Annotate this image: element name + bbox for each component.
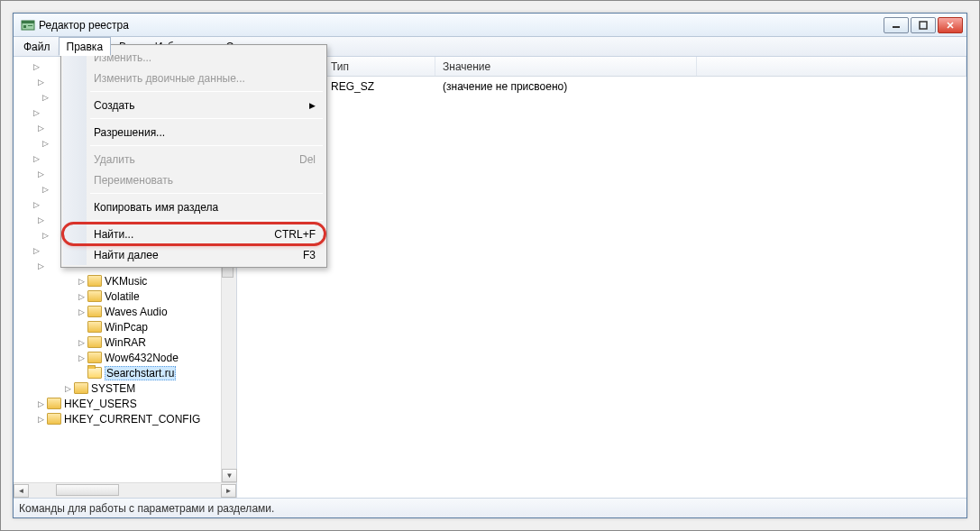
expander-icon[interactable]: ▷ bbox=[36, 215, 46, 224]
expander-icon[interactable]: ▷ bbox=[32, 199, 41, 209]
expander-icon[interactable]: ▷ bbox=[77, 352, 87, 362]
folder-icon bbox=[87, 275, 102, 287]
folder-icon bbox=[74, 382, 88, 394]
expander-icon[interactable]: ▷ bbox=[77, 307, 87, 316]
tree-row[interactable]: ▷HKEY_USERS bbox=[14, 396, 236, 411]
statusbar: Команды для работы с параметрами и разде… bbox=[14, 498, 966, 517]
menu-item[interactable]: Разрешения... bbox=[63, 122, 325, 142]
expander-icon[interactable] bbox=[77, 368, 87, 378]
menu-item[interactable]: Найти...CTRL+F bbox=[63, 224, 325, 244]
column-header[interactable]: Тип bbox=[324, 57, 435, 76]
expander-icon[interactable]: ▷ bbox=[77, 337, 87, 347]
cell-value: (значение не присвоено) bbox=[435, 80, 697, 93]
menu-item: Изменить двоичные данные... bbox=[63, 68, 325, 88]
svg-rect-1 bbox=[22, 21, 34, 23]
window-buttons bbox=[884, 17, 963, 33]
tree-label: HKEY_USERS bbox=[64, 398, 137, 410]
folder-icon bbox=[87, 306, 102, 317]
expander-icon[interactable]: ▷ bbox=[36, 398, 46, 408]
expander-icon[interactable]: ▷ bbox=[32, 107, 41, 117]
menu-item: Переименовать bbox=[63, 169, 325, 190]
status-text: Команды для работы с параметрами и разде… bbox=[19, 502, 274, 515]
scroll-thumb[interactable] bbox=[56, 484, 119, 496]
folder-icon bbox=[87, 367, 102, 379]
menu-shortcut: CTRL+F bbox=[274, 228, 316, 241]
expander-icon[interactable] bbox=[77, 322, 87, 332]
tree-label: WinPcap bbox=[105, 321, 148, 334]
expander-icon[interactable]: ▷ bbox=[77, 291, 87, 301]
expander-icon[interactable]: ▷ bbox=[63, 383, 73, 393]
list-body[interactable]: REG_SZ(значение не присвоено) bbox=[237, 77, 966, 498]
folder-icon bbox=[87, 352, 102, 363]
menu-item-label: Копировать имя раздела bbox=[94, 201, 218, 214]
list-header: ИмяТипЗначение bbox=[237, 57, 966, 77]
tree-row[interactable]: ▷VKMusic bbox=[14, 273, 236, 288]
column-header[interactable]: Значение bbox=[435, 57, 697, 76]
menu-shortcut: F3 bbox=[303, 249, 316, 261]
window-title: Редактор реестра bbox=[39, 19, 884, 32]
expander-icon[interactable]: ▷ bbox=[41, 138, 50, 148]
menu-item-label: Разрешения... bbox=[94, 126, 165, 139]
menu-правка[interactable]: Правка bbox=[59, 37, 112, 56]
scroll-track[interactable] bbox=[29, 484, 221, 498]
menu-separator bbox=[90, 91, 323, 92]
expander-icon[interactable]: ▷ bbox=[41, 92, 50, 102]
registry-editor-window: Редактор реестра ФайлПравкаВидИзбранноеС… bbox=[13, 13, 967, 518]
expander-icon[interactable]: ▷ bbox=[32, 245, 41, 255]
tree-label: Wow6432Node bbox=[105, 352, 179, 364]
svg-rect-3 bbox=[28, 25, 32, 26]
expander-icon[interactable]: ▷ bbox=[32, 153, 41, 163]
scroll-down-button[interactable]: ▼ bbox=[222, 469, 237, 482]
menu-separator bbox=[90, 220, 323, 221]
menu-item-label: Удалить bbox=[94, 153, 135, 166]
menu-separator bbox=[90, 193, 323, 194]
folder-icon bbox=[87, 336, 102, 348]
minimize-button[interactable] bbox=[884, 17, 909, 33]
submenu-arrow-icon: ▶ bbox=[309, 101, 316, 110]
tree-label: Waves Audio bbox=[105, 306, 168, 318]
menu-item[interactable]: Найти далееF3 bbox=[63, 244, 325, 265]
tree-row[interactable]: Searchstart.ru bbox=[14, 365, 236, 380]
expander-icon[interactable]: ▷ bbox=[77, 276, 87, 286]
titlebar[interactable]: Редактор реестра bbox=[14, 14, 966, 37]
expander-icon[interactable]: ▷ bbox=[36, 414, 46, 424]
tree-row[interactable]: ▷Wow6432Node bbox=[14, 350, 236, 365]
tree-label: VKMusic bbox=[105, 275, 147, 288]
tree-row[interactable]: WinPcap bbox=[14, 319, 236, 334]
column-header-filler bbox=[697, 57, 966, 76]
menu-файл[interactable]: Файл bbox=[15, 37, 59, 56]
maximize-button[interactable] bbox=[911, 17, 936, 33]
tree-label: SYSTEM bbox=[91, 382, 135, 395]
tree-row[interactable]: ▷Waves Audio bbox=[14, 304, 236, 319]
folder-icon bbox=[47, 398, 61, 409]
expander-icon[interactable]: ▷ bbox=[36, 77, 46, 87]
tree-horizontal-scrollbar[interactable]: ◄ ► bbox=[14, 482, 236, 498]
expander-icon[interactable]: ▷ bbox=[36, 123, 46, 133]
expander-icon[interactable]: ▷ bbox=[36, 261, 46, 270]
scroll-right-button[interactable]: ► bbox=[221, 484, 236, 498]
menu-item[interactable]: Создать▶ bbox=[63, 95, 325, 115]
menu-item[interactable]: Копировать имя раздела bbox=[63, 197, 325, 217]
folder-icon bbox=[87, 290, 102, 302]
tree-row[interactable]: ▷HKEY_CURRENT_CONFIG bbox=[14, 411, 236, 426]
menu-item-label: Переименовать bbox=[94, 174, 173, 187]
menu-separator bbox=[90, 145, 323, 146]
expander-icon[interactable]: ▷ bbox=[32, 61, 41, 71]
close-button[interactable] bbox=[938, 17, 963, 33]
cell-type: REG_SZ bbox=[324, 80, 435, 93]
list-row[interactable]: REG_SZ(значение не присвоено) bbox=[237, 78, 966, 95]
folder-icon bbox=[47, 413, 61, 425]
tree-row[interactable]: ▷Volatile bbox=[14, 288, 236, 304]
scroll-left-button[interactable]: ◄ bbox=[14, 484, 29, 498]
menu-item-label: Создать bbox=[94, 99, 135, 112]
tree-row[interactable]: ▷SYSTEM bbox=[14, 380, 236, 396]
tree-row[interactable]: ▷WinRAR bbox=[14, 334, 236, 350]
expander-icon[interactable]: ▷ bbox=[41, 230, 50, 240]
expander-icon[interactable]: ▷ bbox=[36, 169, 46, 179]
edit-menu-dropdown: Изменить...Изменить двоичные данные...Со… bbox=[60, 44, 327, 268]
menu-item-label: Найти... bbox=[94, 228, 133, 241]
menu-shortcut: Del bbox=[299, 153, 316, 166]
menu-item: УдалитьDel bbox=[63, 149, 325, 169]
tree-label: WinRAR bbox=[105, 336, 146, 349]
expander-icon[interactable]: ▷ bbox=[41, 184, 50, 194]
